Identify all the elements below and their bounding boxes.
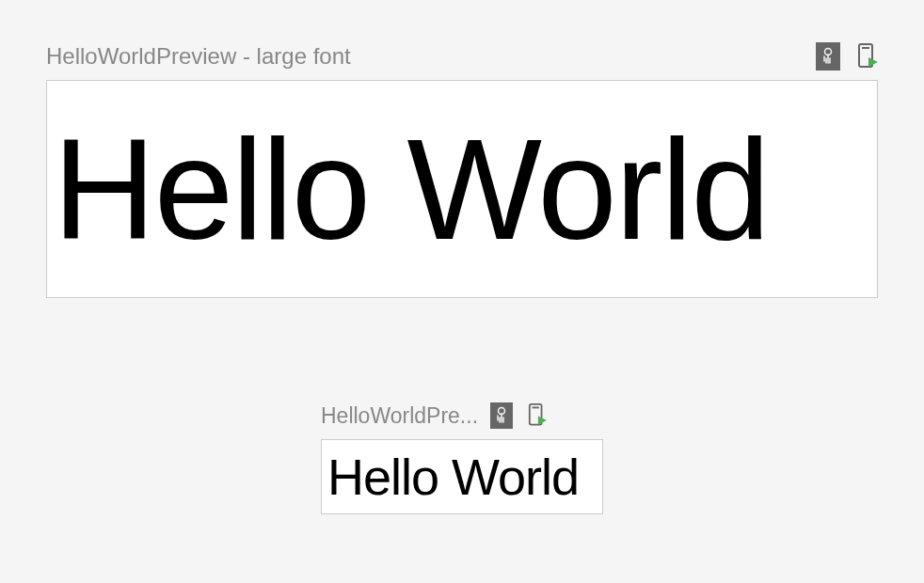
svg-rect-2 — [862, 47, 869, 49]
interactive-mode-button[interactable] — [816, 42, 840, 71]
interactive-mode-icon — [490, 402, 513, 429]
preview-panel: HelloWorldPreview - large font — [0, 0, 924, 514]
preview-block-large: HelloWorldPreview - large font — [46, 42, 878, 298]
preview-block-small: HelloWorldPre... — [321, 402, 603, 514]
deploy-preview-button[interactable] — [528, 402, 547, 429]
preview-label: HelloWorldPreview - large font — [46, 43, 816, 70]
deploy-preview-icon — [528, 402, 547, 429]
preview-canvas-large: Hello World — [46, 80, 878, 298]
interactive-mode-button[interactable] — [490, 402, 513, 429]
preview-actions — [490, 402, 547, 429]
preview-label: HelloWorldPre... — [321, 403, 490, 429]
deploy-preview-icon — [857, 42, 878, 71]
preview-content: Hello World — [53, 118, 769, 260]
preview-header: HelloWorldPreview - large font — [46, 42, 878, 71]
interactive-mode-icon — [816, 42, 840, 71]
preview-header: HelloWorldPre... — [321, 402, 603, 430]
deploy-preview-button[interactable] — [857, 42, 878, 71]
preview-content: Hello World — [327, 451, 579, 502]
svg-rect-5 — [533, 407, 539, 409]
preview-canvas-small: Hello World — [321, 439, 603, 514]
preview-actions — [816, 42, 878, 71]
